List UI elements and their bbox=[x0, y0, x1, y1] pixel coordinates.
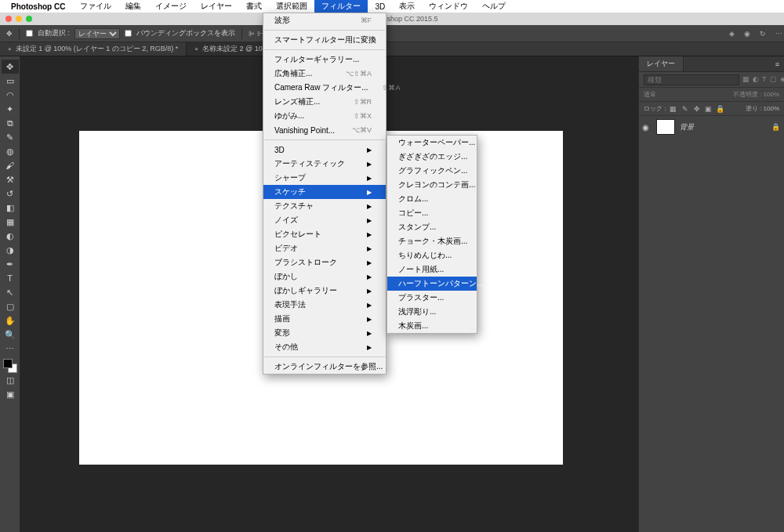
menu-item[interactable]: 広角補正...⌥⇧⌘A bbox=[263, 67, 386, 81]
lasso-tool[interactable]: ◠ bbox=[2, 88, 19, 102]
blur-tool[interactable]: ◐ bbox=[2, 229, 19, 243]
visibility-icon[interactable]: ◉ bbox=[642, 123, 652, 132]
panel-menu-icon[interactable]: ≡ bbox=[771, 60, 784, 68]
menu-item[interactable]: レンズ補正...⇧⌘R bbox=[263, 95, 386, 109]
maximize-icon[interactable] bbox=[26, 16, 32, 22]
type-tool[interactable]: T bbox=[2, 271, 19, 285]
lock-pixels-icon[interactable]: ▦ bbox=[669, 105, 677, 113]
menu-item[interactable]: プラスター... bbox=[387, 291, 477, 305]
menu-item[interactable]: ゆがみ...⇧⌘X bbox=[263, 109, 386, 123]
menu-help[interactable]: ヘルプ bbox=[475, 0, 513, 13]
heal-tool[interactable]: ◍ bbox=[2, 144, 19, 158]
menu-item[interactable]: Vanishing Point...⌥⌘V bbox=[263, 123, 386, 137]
lock-position-icon[interactable]: ✎ bbox=[681, 105, 689, 113]
path-tool[interactable]: ↖ bbox=[2, 285, 19, 299]
menu-item[interactable]: ノート用紙... bbox=[387, 262, 477, 277]
filter-shape-icon[interactable]: ▢ bbox=[770, 75, 777, 85]
menu-item[interactable]: クレヨンのコンテ画... bbox=[387, 178, 477, 192]
menu-item-online-filters[interactable]: オンラインフィルターを参照... bbox=[263, 360, 386, 374]
menu-item-submenu[interactable]: ぼかし▶ bbox=[263, 270, 386, 284]
app-name[interactable]: Photoshop CC bbox=[11, 2, 65, 11]
menu-item[interactable]: ハーフトーンパターン... bbox=[387, 277, 477, 291]
close-icon[interactable] bbox=[5, 16, 12, 22]
menu-item[interactable]: チョーク・木炭画... bbox=[387, 234, 477, 248]
bbox-checkbox[interactable] bbox=[125, 30, 132, 37]
menu-item[interactable]: グラフィックペン... bbox=[387, 164, 477, 178]
extras-icon[interactable]: ◈ bbox=[726, 28, 737, 39]
move-tool[interactable]: ✥ bbox=[2, 60, 19, 74]
menu-item[interactable]: 浅浮彫り... bbox=[387, 305, 477, 319]
layers-tab[interactable]: レイヤー bbox=[639, 56, 684, 71]
lock-all-icon[interactable]: 🔒 bbox=[716, 105, 724, 113]
menu-item[interactable]: ぎざぎざのエッジ... bbox=[387, 150, 477, 164]
color-swatches[interactable] bbox=[3, 359, 17, 373]
menu-item[interactable]: ちりめんじわ... bbox=[387, 248, 477, 262]
history-brush-tool[interactable]: ↺ bbox=[2, 186, 19, 201]
brush-tool[interactable]: 🖌 bbox=[2, 158, 19, 172]
marquee-tool[interactable]: ▭ bbox=[2, 74, 19, 88]
menu-item[interactable]: ウォーターペーパー... bbox=[387, 136, 477, 150]
menu-item-submenu[interactable]: 3D▶ bbox=[263, 143, 386, 157]
hand-tool[interactable]: ✋ bbox=[2, 313, 19, 328]
menu-item-submenu[interactable]: 変形▶ bbox=[263, 326, 386, 340]
shape-tool[interactable]: ▢ bbox=[2, 299, 19, 313]
menu-file[interactable]: ファイル bbox=[73, 0, 118, 13]
filter-adjust-icon[interactable]: ◐ bbox=[753, 75, 759, 85]
menu-item-submenu[interactable]: 表現手法▶ bbox=[263, 298, 386, 312]
edit-toolbar[interactable]: ⋯ bbox=[2, 342, 19, 356]
layer-filter-input[interactable] bbox=[644, 74, 739, 85]
crop-tool[interactable]: ⧉ bbox=[2, 116, 19, 130]
more-icon[interactable]: ⋯ bbox=[773, 28, 784, 39]
dodge-tool[interactable]: ◑ bbox=[2, 243, 19, 257]
layer-thumbnail[interactable] bbox=[656, 119, 675, 135]
menu-view[interactable]: 表示 bbox=[392, 0, 422, 13]
menu-item-submenu[interactable]: ブラシストローク▶ bbox=[263, 255, 386, 270]
menu-window[interactable]: ウィンドウ bbox=[422, 0, 475, 13]
menu-type[interactable]: 書式 bbox=[239, 0, 269, 13]
menu-item-submenu[interactable]: ぼかしギャラリー▶ bbox=[263, 284, 386, 298]
menu-item-last-filter[interactable]: 波形⌘F bbox=[263, 13, 386, 27]
3d-icon[interactable]: ◉ bbox=[742, 28, 753, 39]
auto-select-mode[interactable]: レイヤー bbox=[74, 28, 120, 39]
menu-item-filter-gallery[interactable]: フィルターギャラリー... bbox=[263, 52, 386, 67]
gradient-tool[interactable]: ▦ bbox=[2, 215, 19, 229]
blend-mode[interactable]: 通常 bbox=[644, 90, 656, 99]
menu-layer[interactable]: レイヤー bbox=[194, 0, 239, 13]
menu-item[interactable]: クロム... bbox=[387, 192, 477, 206]
menu-item-submenu[interactable]: シャープ▶ bbox=[263, 171, 386, 185]
menu-item-submenu[interactable]: ビデオ▶ bbox=[263, 241, 386, 255]
menu-item-smart-filter[interactable]: スマートフィルター用に変換 bbox=[263, 33, 386, 47]
menu-item[interactable]: コピー... bbox=[387, 206, 477, 220]
menu-item-submenu[interactable]: ピクセレート▶ bbox=[263, 227, 386, 241]
menu-filter[interactable]: フィルター bbox=[314, 0, 368, 13]
menu-image[interactable]: イメージ bbox=[148, 0, 194, 13]
document-tab[interactable]: ×未設定 1 @ 100% (レイヤー 1 のコピー 2, RGB/8) * bbox=[0, 42, 187, 56]
wand-tool[interactable]: ✦ bbox=[2, 102, 19, 116]
menu-item[interactable]: Camera Raw フィルター...⇧⌘A bbox=[263, 81, 386, 95]
zoom-tool[interactable]: 🔍 bbox=[2, 328, 19, 342]
auto-select-checkbox[interactable] bbox=[26, 30, 33, 37]
stamp-tool[interactable]: ⚒ bbox=[2, 172, 19, 186]
menu-item[interactable]: 木炭画... bbox=[387, 319, 477, 333]
eraser-tool[interactable]: ◧ bbox=[2, 201, 19, 215]
lock-move-icon[interactable]: ✥ bbox=[692, 105, 701, 113]
menu-edit[interactable]: 編集 bbox=[118, 0, 148, 13]
lock-artboard-icon[interactable]: ▣ bbox=[704, 105, 713, 113]
layer-row[interactable]: ◉ 背景 🔒 bbox=[639, 116, 784, 138]
filter-type-icon[interactable]: T bbox=[762, 75, 767, 85]
minimize-icon[interactable] bbox=[16, 16, 22, 22]
filter-pixel-icon[interactable]: ▦ bbox=[742, 75, 750, 85]
menu-item-submenu[interactable]: スケッチ▶ bbox=[263, 185, 386, 199]
menu-item-submenu[interactable]: 描画▶ bbox=[263, 312, 386, 326]
screenmode-tool[interactable]: ▣ bbox=[2, 387, 19, 401]
menu-item-submenu[interactable]: ノイズ▶ bbox=[263, 213, 386, 227]
menu-item[interactable]: スタンプ... bbox=[387, 220, 477, 234]
filter-smart-icon[interactable]: ◈ bbox=[780, 75, 785, 85]
tab-close-icon[interactable]: × bbox=[194, 45, 198, 52]
menu-select[interactable]: 選択範囲 bbox=[269, 0, 314, 13]
quickmask-tool[interactable]: ◫ bbox=[2, 373, 19, 387]
menu-item-submenu[interactable]: アーティスティック▶ bbox=[263, 157, 386, 171]
menu-3d[interactable]: 3D bbox=[368, 2, 392, 12]
menu-item-submenu[interactable]: テクスチャ▶ bbox=[263, 199, 386, 213]
tab-close-icon[interactable]: × bbox=[8, 45, 12, 52]
